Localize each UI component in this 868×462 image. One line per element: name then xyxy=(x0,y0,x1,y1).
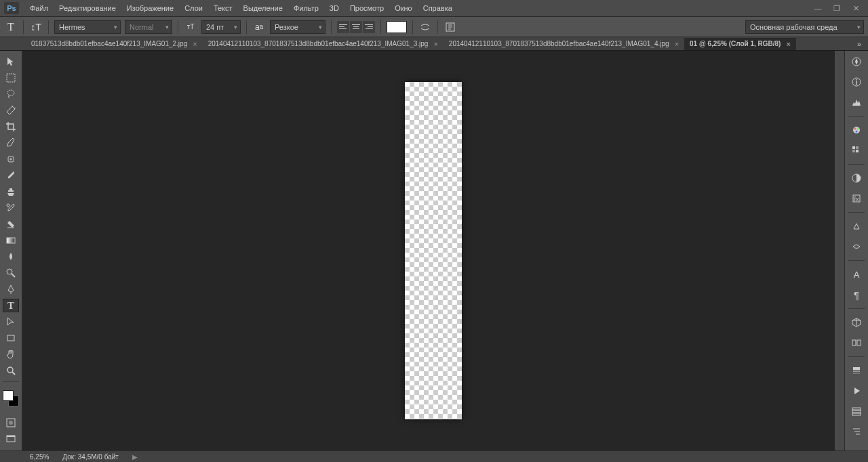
info-panel-icon[interactable]: i xyxy=(849,75,864,89)
3d-panel-icon[interactable] xyxy=(849,316,864,329)
type-tool-preset-icon[interactable]: T xyxy=(4,20,18,34)
tab-close-icon[interactable]: × xyxy=(786,40,790,48)
rectangle-tool[interactable] xyxy=(3,331,19,345)
paths-panel-icon[interactable] xyxy=(849,425,864,438)
type-tool[interactable]: T xyxy=(3,299,19,312)
status-menu-arrow[interactable]: ▶ xyxy=(132,453,138,461)
gradient-tool[interactable] xyxy=(3,234,19,247)
svg-point-26 xyxy=(857,128,859,130)
svg-rect-29 xyxy=(856,146,859,149)
color-picker[interactable] xyxy=(3,390,19,406)
document-tab-active[interactable]: 01 @ 6,25% (Слой 1, RGB/8)× xyxy=(684,38,796,50)
brush-presets-panel-icon[interactable] xyxy=(849,240,864,253)
document-tab[interactable]: 20140412110103_8701837513d8bdb01efbac4ae… xyxy=(443,38,684,50)
svg-line-16 xyxy=(12,372,15,375)
swatches-panel-icon[interactable] xyxy=(849,144,864,157)
document-tab[interactable]: 01837513d8bdb01efbac4ae140f213_IMAG01_2.… xyxy=(26,38,203,50)
menu-edit[interactable]: Редактирование xyxy=(54,1,121,15)
vertical-scrollbar[interactable] xyxy=(835,51,844,450)
menu-help[interactable]: Справка xyxy=(418,1,458,15)
document-canvas[interactable] xyxy=(405,82,462,419)
brushes-panel-icon[interactable] xyxy=(849,219,864,233)
document-tab[interactable]: 20140412110103_8701837513d8bdb01efbac4ae… xyxy=(203,38,443,50)
workspace-dropdown[interactable]: Основная рабочая среда xyxy=(745,20,864,34)
app-logo[interactable]: Ps xyxy=(4,2,19,14)
lasso-tool[interactable] xyxy=(3,87,19,101)
navigator-panel-icon[interactable] xyxy=(849,55,864,68)
zoom-tool[interactable] xyxy=(3,364,19,377)
character-panel-icon[interactable] xyxy=(443,20,457,34)
menu-file[interactable]: Файл xyxy=(24,1,54,15)
histogram-panel-icon[interactable] xyxy=(849,96,864,109)
menu-text[interactable]: Текст xyxy=(208,1,238,15)
text-color-swatch[interactable] xyxy=(387,21,407,33)
screen-mode-tool[interactable] xyxy=(3,432,19,446)
paragraph-panel-icon[interactable]: ¶ xyxy=(849,288,864,301)
quick-mask-tool[interactable] xyxy=(3,416,19,429)
font-family-dropdown[interactable]: Hermes xyxy=(54,20,121,34)
align-right-button[interactable] xyxy=(363,21,375,33)
blur-tool[interactable] xyxy=(3,250,19,264)
pen-tool[interactable] xyxy=(3,282,19,296)
tabs-overflow-button[interactable]: » xyxy=(850,40,868,48)
font-size-dropdown[interactable]: 24 пт xyxy=(201,20,241,34)
healing-brush-tool[interactable] xyxy=(3,152,19,166)
tab-close-icon[interactable]: × xyxy=(675,40,679,48)
path-selection-tool[interactable] xyxy=(3,315,19,329)
tab-close-icon[interactable]: × xyxy=(433,40,437,48)
history-brush-tool[interactable] xyxy=(3,201,19,215)
menu-image[interactable]: Изображение xyxy=(121,1,179,15)
svg-rect-42 xyxy=(852,411,861,413)
align-center-button[interactable] xyxy=(350,21,362,33)
character-panel-icon[interactable]: A xyxy=(849,268,864,281)
actions-panel-icon[interactable] xyxy=(849,384,864,398)
antialias-dropdown[interactable]: Резкое xyxy=(270,20,326,34)
eraser-tool[interactable] xyxy=(3,217,19,231)
dodge-tool[interactable] xyxy=(3,266,19,280)
minimize-button[interactable]: — xyxy=(812,3,823,14)
svg-text:i: i xyxy=(856,79,858,86)
hand-tool[interactable] xyxy=(3,348,19,361)
svg-point-25 xyxy=(854,128,856,130)
foreground-color[interactable] xyxy=(3,390,14,401)
magic-wand-tool[interactable] xyxy=(3,104,19,117)
move-tool[interactable] xyxy=(3,55,19,68)
menu-window[interactable]: Окно xyxy=(389,1,418,15)
menu-view[interactable]: Просмотр xyxy=(344,1,389,15)
svg-line-13 xyxy=(12,274,15,277)
brush-tool[interactable] xyxy=(3,169,19,182)
svg-rect-36 xyxy=(852,340,856,345)
svg-point-18 xyxy=(9,421,13,425)
color-panel-icon[interactable] xyxy=(849,123,864,137)
maximize-button[interactable]: ❐ xyxy=(831,3,842,14)
layers-panel-icon[interactable] xyxy=(849,364,864,377)
warp-text-icon[interactable] xyxy=(418,20,432,34)
canvas-area[interactable] xyxy=(22,51,844,450)
zoom-level[interactable]: 6,25% xyxy=(30,453,49,461)
document-info[interactable]: Док: 34,5M/0 байт xyxy=(62,453,119,461)
text-orientation-icon[interactable]: ↕T xyxy=(29,20,43,34)
tab-label: 20140412110103_8701837513d8bdb01efbac4ae… xyxy=(449,40,669,47)
styles-panel-icon[interactable]: fx xyxy=(849,192,864,205)
svg-point-12 xyxy=(7,269,12,274)
adjustments-panel-icon[interactable] xyxy=(849,171,864,185)
options-bar: T ↕T Hermes Normal тT 24 пт aa Резкое Ос… xyxy=(0,17,868,37)
align-left-button[interactable] xyxy=(337,21,349,33)
menu-filter[interactable]: Фильтр xyxy=(288,1,324,15)
marquee-tool[interactable] xyxy=(3,71,19,85)
menu-select[interactable]: Выделение xyxy=(238,1,288,15)
menu-layers[interactable]: Слои xyxy=(179,1,208,15)
tab-close-icon[interactable]: × xyxy=(193,40,197,48)
eyedropper-tool[interactable] xyxy=(3,136,19,150)
font-style-dropdown[interactable]: Normal xyxy=(125,20,172,34)
history-panel-icon[interactable] xyxy=(849,404,864,418)
clone-stamp-tool[interactable] xyxy=(3,185,19,198)
close-button[interactable]: ✕ xyxy=(850,3,861,14)
svg-rect-41 xyxy=(852,408,861,410)
tab-label: 20140412110103_8701837513d8bdb01efbac4ae… xyxy=(208,40,429,47)
svg-rect-14 xyxy=(7,335,14,341)
svg-point-15 xyxy=(7,367,13,373)
crop-tool[interactable] xyxy=(3,120,19,133)
properties-panel-icon[interactable] xyxy=(849,336,864,350)
menu-3d[interactable]: 3D xyxy=(324,1,344,15)
